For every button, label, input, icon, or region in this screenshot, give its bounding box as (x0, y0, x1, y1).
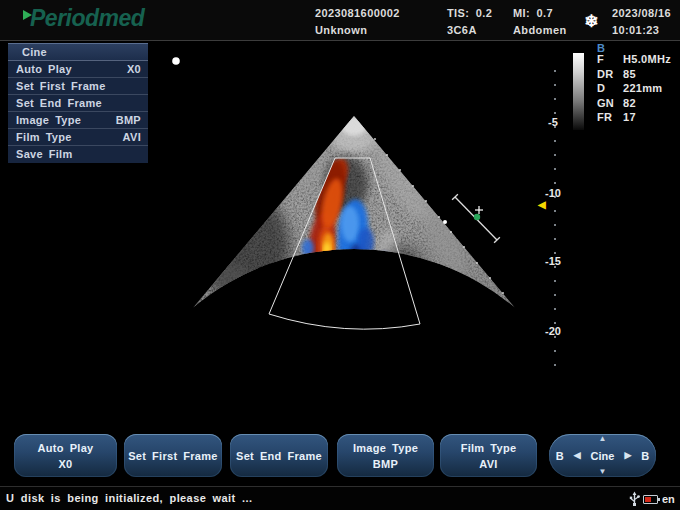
system-date: 2023/08/16 (612, 7, 671, 19)
softkey-image-type[interactable]: Image TypeBMP (337, 434, 434, 477)
menu-title: Cine (8, 44, 148, 61)
menu-item-set-end-frame[interactable]: Set End Frame (8, 95, 148, 112)
cine-context-menu: Cine Auto PlayX0 Set First Frame Set End… (8, 43, 148, 163)
cursor-dot[interactable] (172, 57, 180, 65)
nav-center-label: Cine (591, 450, 615, 462)
tis-value: TIS: 0.2 (447, 7, 492, 19)
freeze-snowflake-icon: ❄ (584, 11, 598, 32)
system-time: 10:01:23 (612, 24, 659, 36)
depth-label: -5 (540, 116, 566, 128)
ultrasound-image (150, 42, 550, 388)
patient-name: Unknown (315, 24, 367, 36)
exam-id: 2023081600002 (315, 7, 400, 19)
brand-logo: Periodmed (30, 5, 144, 32)
param-value: 221mm (623, 82, 662, 96)
menu-item-auto-play[interactable]: Auto PlayX0 (8, 61, 148, 78)
param-value: 17 (623, 111, 636, 125)
status-bar: U disk is being initialized, please wait… (0, 486, 680, 510)
nav-right-icon[interactable]: ▶ (624, 451, 631, 460)
softkey-film-type[interactable]: Film TypeAVI (440, 434, 537, 477)
image-parameters: FH5.0MHz DR85 D221mm GN82 FR17 (597, 53, 671, 126)
depth-scale-ticks (554, 70, 556, 366)
param-label: GN (597, 97, 623, 111)
menu-item-image-type[interactable]: Image TypeBMP (8, 112, 148, 129)
softkey-auto-play[interactable]: Auto PlayX0 (14, 434, 117, 477)
softkey-set-first-frame[interactable]: Set First Frame (124, 434, 222, 477)
param-label: F (597, 53, 623, 67)
usb-icon (629, 491, 640, 507)
param-label: FR (597, 111, 623, 125)
nav-left-icon[interactable]: ◀ (574, 451, 581, 460)
exam-preset: Abdomen (513, 24, 567, 36)
focus-marker-icon[interactable]: ◀ (538, 200, 546, 210)
caliper-point-marker (474, 214, 480, 220)
language-indicator[interactable]: en (662, 493, 675, 505)
probe-name: 3C6A (447, 24, 477, 36)
nav-left-mode-label[interactable]: B (556, 450, 564, 462)
nav-down-icon[interactable]: ▼ (549, 468, 656, 476)
param-label: DR (597, 68, 623, 82)
cine-mode-navigator[interactable]: ▲ B ◀ Cine ▶ B ▼ (549, 434, 656, 477)
param-label: D (597, 82, 623, 96)
top-bar: Periodmed 2023081600002 Unknown TIS: 0.2… (0, 0, 680, 41)
nav-up-icon[interactable]: ▲ (549, 435, 656, 443)
depth-label: -10 (540, 187, 566, 199)
param-value: 85 (623, 68, 636, 82)
softkey-set-end-frame[interactable]: Set End Frame (230, 434, 328, 477)
param-value: H5.0MHz (623, 53, 671, 67)
menu-item-save-film[interactable]: Save Film (8, 146, 148, 163)
nav-right-mode-label[interactable]: B (641, 450, 649, 462)
depth-label: -15 (540, 255, 566, 267)
grayscale-bar (573, 53, 584, 130)
param-value: 82 (623, 97, 636, 111)
depth-label: -20 (540, 325, 566, 337)
status-message: U disk is being initialized, please wait… (6, 492, 252, 504)
battery-icon (643, 495, 658, 504)
menu-item-film-type[interactable]: Film TypeAVI (8, 129, 148, 146)
menu-item-set-first-frame[interactable]: Set First Frame (8, 78, 148, 95)
mi-value: MI: 0.7 (513, 7, 553, 19)
